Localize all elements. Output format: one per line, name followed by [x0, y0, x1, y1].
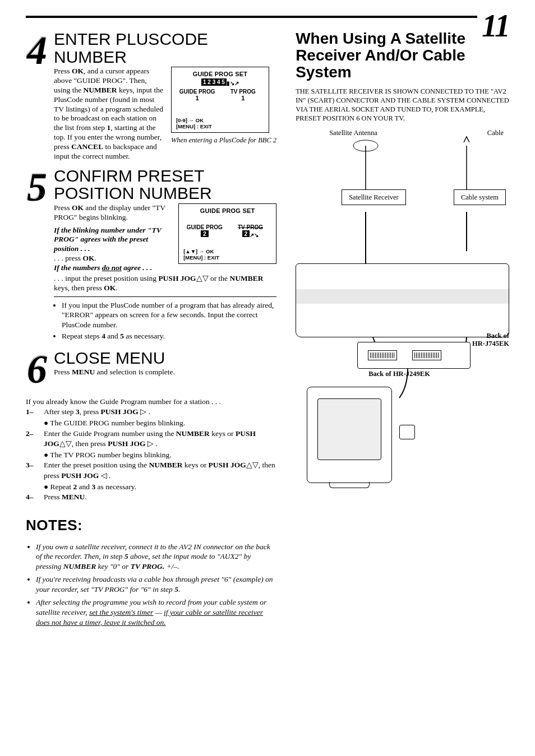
shortcut-step-text: Enter the preset position using the NUMB…: [44, 460, 276, 480]
osd4-title: GUIDE PROG SET: [176, 71, 264, 77]
box-sat-receiver: Satellite Receiver: [342, 189, 406, 205]
vcr-unit: [296, 263, 509, 337]
label-back-745: Back ofHR-J745EK: [472, 332, 509, 348]
step-number-5: 5: [26, 170, 48, 344]
osd5-legend2: [MENU] : EXIT: [183, 254, 271, 261]
step-number-4: 4: [26, 34, 48, 161]
label-cable-system: Cable system: [461, 193, 499, 201]
osd5-right-val: 2: [242, 230, 250, 237]
scart-icon: [412, 350, 441, 360]
note-item: After selecting the programme you wish t…: [36, 597, 276, 627]
step-4-text: Press OK, and a cursor appears above "GU…: [54, 67, 164, 161]
page-number: 11: [477, 10, 509, 41]
step-4-title: ENTER PLUSCODE NUMBER: [54, 30, 276, 66]
step-6-text: Press MENU and selection is complete.: [54, 368, 276, 377]
step-6: 6 CLOSE MENU Press MENU and selection is…: [26, 349, 276, 387]
step-number-6: 6: [26, 353, 48, 387]
vcr-back-panel: [357, 342, 471, 369]
shortcut-step-sub: ● Repeat 2 and 3 as necessary.: [44, 482, 276, 492]
osd4-right-val: 1: [222, 95, 264, 101]
osd4-legend2: [MENU] : EXIT: [176, 123, 264, 129]
label-sat-antenna: Satellite Antenna: [329, 129, 377, 137]
blink-icon: ↗↘: [250, 232, 259, 238]
scart-icon: [368, 350, 397, 360]
shortcut-step-label: 3–: [26, 460, 40, 480]
notes-list: If you own a satellite receiver, connect…: [26, 542, 276, 627]
osd-step-5: GUIDE PROG SET GUIDE PROG 2 TV PROG 2 ↗↘: [178, 203, 276, 264]
note-item: If you own a satellite receiver, connect…: [36, 542, 276, 572]
osd4-digits: 1 2 3 4 5: [201, 78, 227, 86]
cursor-icon: ▮↘↗: [227, 80, 239, 86]
step-5: 5 CONFIRM PRESET POSITION NUMBER Press O…: [26, 167, 276, 344]
notes-heading: NOTES:: [26, 517, 276, 534]
osd5-left-val: 2: [201, 230, 209, 237]
label-cable: Cable: [487, 129, 504, 137]
shortcut-step-label: 1–: [26, 407, 40, 417]
osd5-legend1: [▲▼] → OK: [183, 248, 271, 254]
shortcut-step-text: After step 3, press PUSH JOG ▷ .: [44, 407, 150, 417]
step-6-title: CLOSE MENU: [54, 349, 276, 367]
connection-diagram: Satellite Antenna Cable Satellite Receiv…: [296, 129, 509, 488]
right-intro: THE SATELLITE RECEIVER IS SHOWN CONNECTE…: [296, 87, 509, 123]
shortcut-step-sub: ● The GUIDE PROG number begins blinking.: [44, 418, 276, 428]
osd5-left-label: GUIDE PROG: [183, 224, 225, 230]
osd5-title: GUIDE PROG SET: [183, 207, 271, 214]
shortcut-block: If you already know the Guide Program nu…: [26, 397, 276, 502]
shortcut-intro: If you already know the Guide Program nu…: [26, 397, 276, 407]
shortcut-step-text: Enter the Guide Program number using the…: [44, 429, 276, 449]
step-5-text1: Press OK and the display under "TV PROG"…: [54, 203, 172, 222]
osd4-left-val: 1: [176, 95, 218, 101]
step-4: 4 ENTER PLUSCODE NUMBER Press OK, and a …: [26, 30, 276, 161]
plug-icon: [399, 425, 415, 439]
step-5-text2: If the blinking number under "TV PROG" a…: [54, 226, 172, 273]
shortcut-step-text: Press MENU.: [44, 492, 87, 502]
label-back-249: Back of HR-J249EK: [368, 370, 430, 378]
tv-receiver: [307, 387, 392, 483]
step-5-title: CONFIRM PRESET POSITION NUMBER: [54, 167, 276, 202]
osd4-right-label: TV PROG: [222, 89, 264, 95]
step-5-bullet-2: Repeat steps 4 and 5 as necessary.: [62, 331, 276, 341]
step-5-bullet-1: If you input the PlusCode number of a pr…: [62, 300, 276, 330]
osd4-caption: When entering a PlusCode for BBC 2: [171, 136, 276, 145]
osd5-right-label: TV PROG: [229, 224, 271, 230]
step-5-text3: . . . input the preset position using PU…: [54, 274, 276, 293]
shortcut-step-label: 4–: [26, 492, 40, 502]
step-5-notes: If you input the PlusCode number of a pr…: [54, 300, 276, 341]
box-cable-system: Cable system: [454, 189, 506, 205]
shortcut-step-label: 2–: [26, 429, 40, 449]
osd-step-4: GUIDE PROG SET 1 2 3 4 5▮↘↗ GUIDE PROG 1: [171, 67, 269, 133]
note-item: If you're receiving broadcasts via a cab…: [36, 574, 276, 594]
label-sat-receiver: Satellite Receiver: [349, 193, 399, 201]
divider: [54, 296, 276, 297]
osd4-left-label: GUIDE PROG: [176, 89, 218, 95]
shortcut-step-sub: ● The TV PROG number begins blinking.: [44, 450, 276, 460]
osd4-legend1: [0-9] → OK: [176, 117, 264, 123]
